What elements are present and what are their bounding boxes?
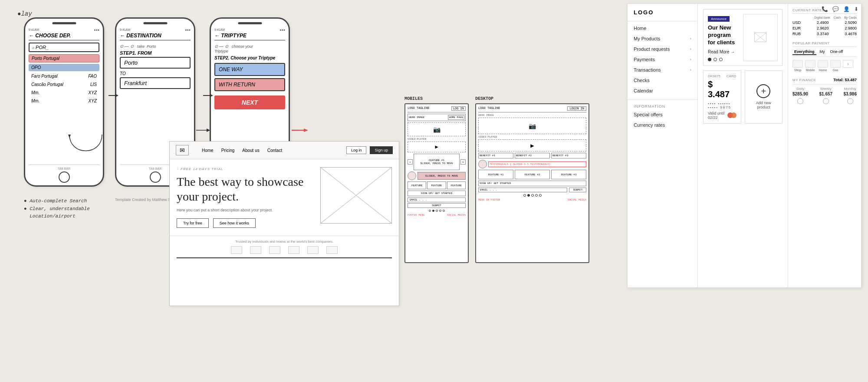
bank-top-icons: 📞 💬 👤 ⬇ xyxy=(822,6,858,12)
mobiles-label: MOBILES xyxy=(404,96,423,101)
bank-logo: LOGO xyxy=(628,4,697,21)
mw-dot-5 xyxy=(443,210,445,212)
mobile-wireframe: LOGO TAGLINE LOG IN HERO IMAGE HOME PAGE… xyxy=(404,103,469,263)
bank-main-content: Announce Our New program for clients Rea… xyxy=(698,4,788,287)
payment-tab-everything[interactable]: Everything xyxy=(792,49,816,55)
mw-feature-1: FEATURE xyxy=(408,181,426,189)
nav-about[interactable]: About us xyxy=(242,148,259,153)
sidebar-item-checks[interactable]: Checks xyxy=(628,75,697,86)
mw-slider-left[interactable]: ‹ xyxy=(408,159,413,165)
add-product-card[interactable]: + Add new product xyxy=(745,70,783,124)
login-button[interactable]: Log in xyxy=(346,146,367,154)
mw-slider-right[interactable]: › xyxy=(460,159,466,165)
dw-email-input[interactable]: EMAIL . . . xyxy=(478,188,567,192)
sidebar-item-home[interactable]: Home xyxy=(628,23,697,33)
dw-play-icon: ▶ xyxy=(530,142,534,149)
nav-home[interactable]: Home xyxy=(202,148,214,153)
dw-logo: LOGO TAGLINE xyxy=(478,106,500,111)
dw-feature-2: FEATURE #2 xyxy=(515,170,550,179)
card-id: DK9875 xyxy=(708,74,720,78)
finance-period-weekly: Weekly $1.657 xyxy=(819,87,832,104)
payment-item-gas[interactable]: Gas xyxy=(830,60,841,72)
dw-social-media: SOCIAL MEDIA xyxy=(568,198,586,201)
bank-card: DK9875 CARD $ 3.487 •••• •••••• ••••• 98… xyxy=(703,70,741,124)
payment-tab-my[interactable]: My xyxy=(818,49,827,55)
mw-dot-1 xyxy=(429,210,431,212)
rate-eur-label: EUR xyxy=(792,26,801,30)
finance-title: MY FINANCE xyxy=(792,78,816,82)
landing-wireframe: ✉ Home Pricing About us Contact Log in S… xyxy=(169,141,399,306)
hero-cta-secondary[interactable]: See how it works xyxy=(213,218,256,228)
rates-col-digital: Digital bank xyxy=(814,16,830,19)
rate-rub-v2: 3.4678 xyxy=(840,32,857,36)
hero-image xyxy=(320,167,392,224)
phone1-search[interactable]: a POR_ xyxy=(29,43,99,52)
dw-testimonials-label: TESTIMONIALS [ SLIDER 3-5 TESTIMONIALS] xyxy=(490,163,550,166)
bank-right-panel: CURRENT RATES Digital bank Cash By Cards… xyxy=(788,4,861,287)
phone1-location-cascao[interactable]: Cascão PortugalLIS xyxy=(29,81,99,88)
dw-benefit-3: BENEFIT #3 xyxy=(551,153,586,158)
phone1-location-opo[interactable]: OPO xyxy=(29,64,99,71)
phone3-header: ← TRIPTYPE xyxy=(214,33,285,40)
phone1-location-porto[interactable]: Porto Portugal xyxy=(29,54,99,63)
sidebar-item-my-products[interactable]: My Products › xyxy=(628,33,697,44)
mw-login[interactable]: LOG IN xyxy=(451,106,466,111)
overlay-annotation: ●lay xyxy=(17,10,32,17)
phone-icon[interactable]: 📞 xyxy=(822,6,828,12)
banner-read-more[interactable]: Read More → xyxy=(708,49,740,54)
banner-dot-3 xyxy=(719,58,723,61)
phone1-location-faro[interactable]: Faro PortugalFAO xyxy=(29,72,99,80)
mw-feature-slider: FEATURE #1SLIDER, PRESS TO MOVE xyxy=(420,159,453,165)
mw-footer-menu: FOOTER MENU xyxy=(408,214,425,217)
sidebar-item-currency-rates[interactable]: Currency rates xyxy=(628,120,697,130)
user-icon[interactable]: 👤 xyxy=(843,6,850,12)
payment-item-home[interactable]: Home xyxy=(818,60,828,72)
payment-item-mobile[interactable]: Mobile xyxy=(805,60,815,72)
mw-play-icon: ▶ xyxy=(435,144,438,150)
mw-submit-button[interactable]: SUBMIT xyxy=(408,203,466,208)
hero-title: The best way to showcase your project. xyxy=(177,175,313,204)
sidebar-item-calendar[interactable]: Calendar xyxy=(628,86,697,96)
phone1-location-mm2[interactable]: Mm.XYZ xyxy=(29,97,99,105)
dw-hero-label: HERO IMAGE xyxy=(478,114,586,117)
phone3-next-button[interactable]: NEXT xyxy=(214,96,285,109)
banner-dot-1 xyxy=(708,58,711,61)
sidebar-item-payments[interactable]: Payments › xyxy=(628,54,697,65)
signup-button[interactable]: Sign up xyxy=(370,146,393,154)
trusted-text: Trusted by individuals and teams at the … xyxy=(177,240,392,244)
sidebar-item-special-offers[interactable]: Special offers xyxy=(628,109,697,120)
rate-eur-v1: 2.9620 xyxy=(812,26,829,30)
payment-item-shop[interactable]: Shop xyxy=(792,60,803,72)
trusted-icon-2 xyxy=(250,246,261,254)
mw-social-media: SOCIAL MEDIA xyxy=(447,214,466,217)
rates-col-cards: By Cards xyxy=(844,16,857,19)
chevron-icon: › xyxy=(690,36,691,41)
dw-submit-button[interactable]: SUBMIT xyxy=(569,188,586,192)
dw-feature-3: FEATURE #3 xyxy=(551,170,586,179)
card-valid: Valid until 02/22 xyxy=(708,111,727,120)
trusted-icon-5 xyxy=(307,246,319,254)
mw-video-label: VIDEO PLAYER xyxy=(408,138,466,141)
banner-image xyxy=(743,14,778,61)
sidebar-item-transactions[interactable]: Transactions › xyxy=(628,65,697,75)
chat-icon[interactable]: 💬 xyxy=(832,6,839,12)
payment-tab-oneoff[interactable]: One-off xyxy=(829,49,845,55)
hero-cta-primary[interactable]: Try for free xyxy=(177,218,209,228)
nav-contact[interactable]: Contact xyxy=(267,148,282,153)
phone1-location-mm1[interactable]: Mm.XYZ xyxy=(29,89,99,96)
mw-dot-2 xyxy=(432,210,434,212)
mw-email-input[interactable]: EMAIL . . . xyxy=(408,198,466,202)
sidebar-item-product-requests[interactable]: Product requests › xyxy=(628,44,697,54)
card-amount: $ 3.487 xyxy=(708,79,736,99)
dw-feature-1: FEATURE #1 xyxy=(478,170,513,179)
banking-ui: LOGO Home My Products › Product requests… xyxy=(627,3,861,288)
dw-login[interactable]: LOGIN IN xyxy=(567,106,586,111)
payment-item-more[interactable]: › xyxy=(843,60,853,72)
trusted-icon-4 xyxy=(288,246,299,254)
mw-dot-4 xyxy=(439,210,441,212)
mw-home-label: HOME PAGE xyxy=(448,115,464,120)
banner-title: Our New program for clients xyxy=(708,24,740,46)
rate-usd-label: USD xyxy=(792,20,801,25)
download-icon[interactable]: ⬇ xyxy=(854,6,858,12)
nav-pricing[interactable]: Pricing xyxy=(221,148,235,153)
